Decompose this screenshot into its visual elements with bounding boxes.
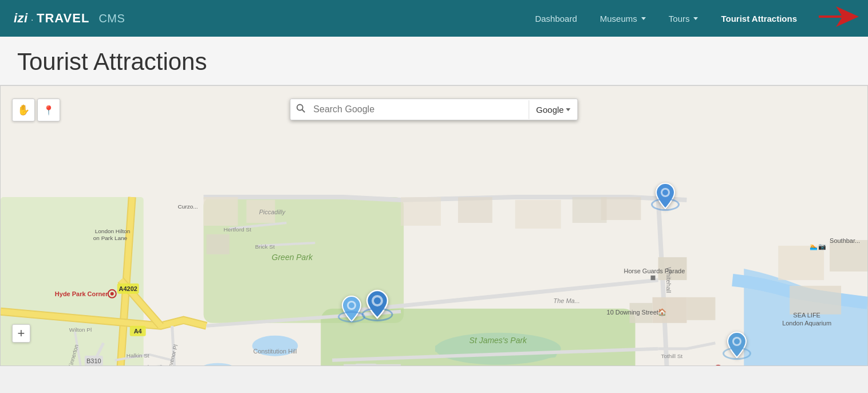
svg-text:Green Park: Green Park xyxy=(272,253,313,262)
search-input[interactable] xyxy=(311,100,528,119)
svg-text:A4: A4 xyxy=(134,328,143,335)
svg-point-43 xyxy=(111,292,114,296)
brand-izi: izi xyxy=(14,11,28,26)
arrow-indicator xyxy=(819,5,859,32)
svg-text:St James's Park: St James's Park xyxy=(469,336,527,345)
brand-cms: CMS xyxy=(98,12,125,25)
svg-rect-21 xyxy=(778,246,824,280)
svg-rect-17 xyxy=(458,197,492,223)
svg-rect-22 xyxy=(830,240,867,272)
svg-text:10 Downing Street: 10 Downing Street xyxy=(607,309,658,316)
map-search-bar: Google xyxy=(290,99,578,120)
svg-text:Horse Guards Parade: Horse Guards Parade xyxy=(624,268,685,274)
svg-text:A4202: A4202 xyxy=(119,285,137,292)
map-pin-horse-guards[interactable] xyxy=(655,182,676,212)
svg-text:Halkin St: Halkin St xyxy=(127,352,149,359)
svg-rect-11 xyxy=(207,234,230,254)
map-wrapper: Piccadilly Constitution Hill Birdcage Wa… xyxy=(0,85,868,366)
svg-text:on Park Lane: on Park Lane xyxy=(93,235,128,241)
hand-icon: ✋ xyxy=(17,104,30,116)
brand-travel: TRAVEL xyxy=(37,11,89,26)
nav-museums[interactable]: Museums xyxy=(589,9,657,28)
svg-point-84 xyxy=(374,297,381,304)
map-pin-buckingham-1[interactable] xyxy=(341,295,362,325)
svg-rect-23 xyxy=(790,286,841,315)
svg-rect-14 xyxy=(686,297,715,320)
main-nav: Dashboard Museums Tours Tourist Attracti… xyxy=(523,9,808,28)
google-provider-dropdown[interactable]: Google xyxy=(528,100,577,119)
svg-text:The Ma...: The Ma... xyxy=(554,297,580,304)
svg-text:Southbar...: Southbar... xyxy=(830,237,860,244)
svg-text:Hyde Park Corner: Hyde Park Corner xyxy=(55,290,108,297)
map-pin-westminster[interactable] xyxy=(727,331,747,361)
svg-rect-9 xyxy=(204,197,238,226)
svg-text:Piccadilly: Piccadilly xyxy=(259,209,286,215)
svg-text:London Aquarium: London Aquarium xyxy=(782,320,831,327)
svg-marker-0 xyxy=(819,6,859,27)
zoom-in-button[interactable]: + xyxy=(12,324,30,343)
svg-point-77 xyxy=(297,105,303,111)
svg-rect-16 xyxy=(401,197,441,226)
svg-text:Brick St: Brick St xyxy=(255,243,275,250)
svg-text:B310: B310 xyxy=(86,357,101,364)
svg-rect-18 xyxy=(515,200,561,229)
hand-tool-button[interactable]: ✋ xyxy=(12,99,35,121)
map-pin-buckingham-2[interactable] xyxy=(366,289,389,321)
svg-text:Constitution Hill: Constitution Hill xyxy=(253,348,297,355)
brand-logo: izi.TRAVEL CMS xyxy=(14,11,125,26)
page-title: Tourist Attractions xyxy=(17,48,851,76)
map-controls: ✋ 📍 xyxy=(12,99,60,121)
svg-text:Hertford St: Hertford St xyxy=(223,226,251,233)
location-pin-icon: 📍 xyxy=(43,105,54,116)
nav-museums-label: Museums xyxy=(600,14,637,23)
map-background: Piccadilly Constitution Hill Birdcage Wa… xyxy=(1,86,867,366)
svg-point-86 xyxy=(734,339,740,344)
nav-dashboard-label: Dashboard xyxy=(535,14,577,23)
google-provider-label: Google xyxy=(536,105,563,115)
tours-chevron-icon xyxy=(693,17,698,20)
nav-dashboard[interactable]: Dashboard xyxy=(523,9,588,28)
svg-text:Chapel St: Chapel St xyxy=(144,364,169,366)
nav-tours-label: Tours xyxy=(669,14,690,23)
search-icon xyxy=(296,104,305,113)
museums-chevron-icon xyxy=(641,17,646,20)
brand-dot: . xyxy=(31,15,33,22)
page-header: Tourist Attractions xyxy=(0,37,868,85)
svg-rect-50 xyxy=(651,276,656,280)
svg-text:Curzo...: Curzo... xyxy=(178,203,198,210)
svg-text:🏠: 🏠 xyxy=(658,308,666,316)
svg-rect-20 xyxy=(601,197,641,220)
nav-tours[interactable]: Tours xyxy=(657,9,710,28)
svg-text:📷: 📷 xyxy=(818,242,826,250)
svg-text:Tothill St: Tothill St xyxy=(661,353,682,359)
svg-text:London Hilton: London Hilton xyxy=(95,228,131,234)
search-icon-wrap xyxy=(290,99,311,120)
svg-text:🏊: 🏊 xyxy=(810,242,818,250)
plus-icon: + xyxy=(18,326,25,341)
nav-tourist-attractions[interactable]: Tourist Attractions xyxy=(709,9,808,28)
nav-tourist-attractions-label: Tourist Attractions xyxy=(721,14,797,23)
pin-tool-button[interactable]: 📍 xyxy=(37,99,60,121)
svg-point-82 xyxy=(349,302,354,308)
navbar: izi.TRAVEL CMS Dashboard Museums Tours T… xyxy=(0,0,868,37)
svg-line-78 xyxy=(302,110,305,113)
provider-chevron-icon xyxy=(566,108,571,111)
svg-point-80 xyxy=(662,190,668,195)
svg-text:Wilton Pl: Wilton Pl xyxy=(69,327,92,333)
svg-text:SEA LIFE: SEA LIFE xyxy=(793,312,820,319)
